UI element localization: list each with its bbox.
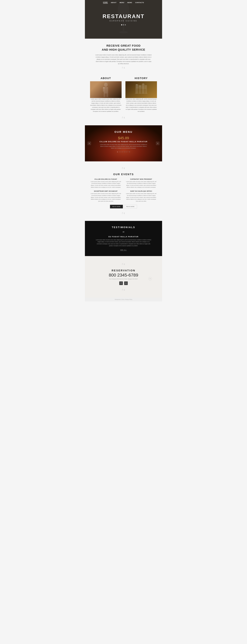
history-image bbox=[125, 81, 157, 98]
svg-point-2 bbox=[119, 31, 128, 33]
testimonials-content: TESTIMONIALS “ EU FUGIAT NULLA PARIATUR … bbox=[95, 226, 152, 251]
event-3-text: Lorem ipsum dolor sit amet conse ctetur … bbox=[90, 193, 122, 202]
testimonials-heading: TESTIMONIALS bbox=[95, 226, 152, 229]
history-text: Amet conse ctetur adipiscing elit, sed d… bbox=[125, 98, 157, 112]
testimonials-section: TESTIMONIALS “ EU FUGIAT NULLA PARIATUR … bbox=[85, 221, 162, 256]
about-history-grid: ABOUT Lorem ipsum dolor sit amet conse c… bbox=[90, 77, 157, 112]
svg-rect-15 bbox=[104, 94, 105, 97]
menu-item-text: Lorem ipsum dolor sit amet conse ctetur … bbox=[99, 144, 148, 149]
menu-page-4[interactable]: 4 bbox=[122, 151, 123, 153]
quote-icon: “ bbox=[95, 230, 152, 235]
history-column: HISTORY Amet conse ctetur adipiscing eli… bbox=[125, 77, 157, 112]
svg-rect-12 bbox=[107, 87, 107, 94]
event-4: SUNT IN CULPA QUI OFFICI Lorem ipsum dol… bbox=[125, 190, 157, 202]
menu-pagination: 1 2 3 4 5 6 7 8 bbox=[85, 151, 162, 153]
tagline-text: Lorem ipsum dolor sit amet conse ctetur … bbox=[95, 54, 152, 65]
hero-dot-3[interactable] bbox=[125, 24, 126, 25]
menu-section: OUR MENU $45.89 CILLUM DOLORE EU FUGIAT … bbox=[85, 125, 162, 162]
about-text: Lorem ipsum dolor sit amet conse ctetur … bbox=[90, 98, 122, 112]
about-image bbox=[90, 81, 122, 98]
scroll-top-button[interactable] bbox=[148, 277, 152, 280]
menu-prev-arrow[interactable]: ‹ bbox=[87, 142, 91, 145]
menu-page-8[interactable]: 8 bbox=[129, 151, 130, 153]
menu-price: $45.89 bbox=[85, 136, 162, 140]
read-more-button-2[interactable]: READ MORE bbox=[124, 205, 137, 208]
hero-dot-1[interactable] bbox=[121, 24, 122, 25]
hero-dots bbox=[103, 24, 144, 25]
footer: Restaurant © 2014. Privacy Policy bbox=[85, 298, 162, 302]
svg-point-14 bbox=[103, 87, 105, 88]
menu-page-5[interactable]: 5 bbox=[124, 151, 125, 153]
menu-item-title: CILLUM DOLORE EU FUGIAT NULLA PARIATUR bbox=[85, 141, 162, 142]
navbar: HOME ABOUT MENU NEWS CONTACTS bbox=[85, 0, 162, 5]
events-heading: OUR EVENTS bbox=[90, 173, 157, 176]
hero-content: RESTAURANT EUROPEAN CUISINE bbox=[103, 13, 144, 25]
nav-news[interactable]: NEWS bbox=[127, 2, 132, 3]
quote-title: EU FUGIAT NULLA PARIATUR bbox=[95, 236, 152, 238]
event-2-title: CUPIDATAT NON PROIDENT bbox=[125, 178, 157, 180]
menu-page-3[interactable]: 3 bbox=[121, 151, 121, 153]
nav-about[interactable]: ABOUT bbox=[111, 2, 117, 3]
tagline-section: RECEIVE GREAT FOODAND HIGH QUALITY SERVI… bbox=[85, 39, 162, 74]
hero-subtitle: EUROPEAN CUISINE bbox=[103, 20, 144, 22]
svg-point-9 bbox=[104, 83, 108, 87]
event-2-text: Lorem ipsum dolor sit amet conse ctetur … bbox=[125, 181, 157, 188]
menu-page-1[interactable]: 1 bbox=[117, 151, 118, 153]
menu-content: OUR MENU $45.89 CILLUM DOLORE EU FUGIAT … bbox=[85, 130, 162, 153]
reservation-inner: RESERVATION 800 2345-6789 My Company 457… bbox=[95, 269, 152, 285]
reservation-heading: RESERVATION bbox=[95, 269, 152, 272]
read-more-button-1[interactable]: READ MORE bbox=[110, 205, 123, 208]
nav-home[interactable]: HOME bbox=[103, 2, 108, 4]
divider-icon-5 bbox=[121, 263, 126, 266]
divider-icon-2 bbox=[121, 116, 126, 120]
reservation-address: My Company 4578 Marmora Road, Glasgow D0… bbox=[95, 278, 152, 280]
menu-page-2[interactable]: 2 bbox=[119, 151, 120, 153]
menu-heading: OUR MENU bbox=[85, 130, 162, 134]
events-section: OUR EVENTS CILLUM DOLORE EU FUGIAT Lorem… bbox=[85, 162, 162, 221]
see-all-link[interactable]: SEE ALL bbox=[120, 249, 127, 251]
svg-line-25 bbox=[136, 86, 146, 87]
event-1: CILLUM DOLORE EU FUGIAT Lorem ipsum dolo… bbox=[90, 178, 122, 188]
divider-icon-4 bbox=[121, 212, 126, 215]
event-1-title: CILLUM DOLORE EU FUGIAT bbox=[90, 178, 122, 180]
hero-section: RESTAURANT EUROPEAN CUISINE bbox=[85, 0, 162, 39]
history-heading: HISTORY bbox=[125, 77, 157, 80]
event-4-text: Lorem ipsum dolor sit amet conse ctetur … bbox=[125, 193, 157, 202]
event-3-title: EXCEPTEUR SINT OCCAECAT bbox=[90, 190, 122, 192]
about-history-section: ABOUT Lorem ipsum dolor sit amet conse c… bbox=[85, 74, 162, 125]
reservation-phone: 800 2345-6789 bbox=[95, 272, 152, 278]
nav-menu[interactable]: MENU bbox=[120, 2, 124, 3]
divider-icon-6 bbox=[121, 289, 126, 292]
divider-icon-3 bbox=[121, 167, 126, 170]
menu-next-arrow[interactable]: › bbox=[156, 142, 160, 145]
hero-title: RESTAURANT bbox=[103, 13, 144, 20]
reservation-section: RESERVATION 800 2345-6789 My Company 457… bbox=[85, 256, 162, 298]
event-2: CUPIDATAT NON PROIDENT Lorem ipsum dolor… bbox=[125, 178, 157, 188]
menu-page-6[interactable]: 6 bbox=[126, 151, 127, 153]
tagline-title: RECEIVE GREAT FOODAND HIGH QUALITY SERVI… bbox=[95, 44, 152, 52]
about-heading: ABOUT bbox=[90, 77, 122, 80]
twitter-icon[interactable]: t bbox=[124, 282, 128, 285]
nav-contacts[interactable]: CONTACTS bbox=[135, 2, 144, 3]
events-grid: CILLUM DOLORE EU FUGIAT Lorem ipsum dolo… bbox=[90, 178, 157, 202]
quote-text: Lorem ipsum dolor sit amet conse ctetur … bbox=[95, 239, 152, 247]
event-3: EXCEPTEUR SINT OCCAECAT Lorem ipsum dolo… bbox=[90, 190, 122, 202]
events-buttons: READ MORE READ MORE bbox=[90, 205, 157, 208]
event-1-text: Lorem ipsum dolor sit amet conse ctetur … bbox=[90, 181, 122, 188]
about-column: ABOUT Lorem ipsum dolor sit amet conse c… bbox=[90, 77, 122, 112]
svg-rect-16 bbox=[106, 94, 108, 97]
event-4-title: SUNT IN CULPA QUI OFFICI bbox=[125, 190, 157, 192]
hero-dot-2[interactable] bbox=[123, 24, 124, 25]
svg-rect-22 bbox=[142, 84, 144, 84]
divider-icon bbox=[121, 66, 126, 70]
privacy-policy-link[interactable]: Privacy Policy bbox=[125, 299, 132, 300]
social-links: f t bbox=[95, 282, 152, 285]
facebook-icon[interactable]: f bbox=[119, 282, 123, 285]
menu-page-7[interactable]: 7 bbox=[127, 151, 128, 153]
footer-copyright: Restaurant © 2014. bbox=[115, 299, 125, 300]
